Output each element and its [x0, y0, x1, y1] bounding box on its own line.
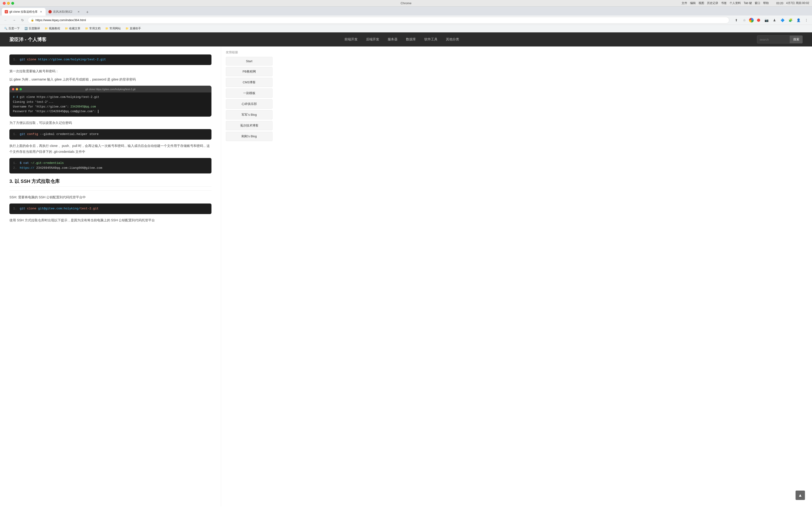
extension-icon3[interactable]: ♟: [771, 17, 778, 23]
bookmark-sites[interactable]: 📁 常用网站: [103, 26, 123, 31]
baidu-icon: 🔍: [4, 27, 7, 30]
bookmark-translate[interactable]: 🔤 百度翻译: [22, 26, 42, 31]
chrome-logo-icon: [749, 18, 754, 22]
site-logo[interactable]: 梁臣洋 - 个人博客: [9, 36, 47, 43]
site-header: 梁臣洋 - 个人博客 前端开发 后端开发 服务器 数据库 软件工具 其他分类 搜…: [0, 33, 812, 47]
profile-icon[interactable]: 👤: [795, 17, 802, 23]
tab-bar: G git clone 拉取远程仓库 ✕ 辰风沐阳/测试2 ✕ +: [0, 7, 812, 15]
menu-item-profile[interactable]: 个人资料: [729, 1, 741, 5]
share-icon[interactable]: ⬆: [733, 17, 740, 23]
bookmark-sites-label: 常用网站: [109, 26, 121, 31]
ssh-code-block: 1. git clone git@gitee.com:holyking/test…: [9, 204, 211, 214]
menu-item-view[interactable]: 视图: [699, 1, 704, 5]
cat-code-line-1: 1. $ cat ~/.git-credentials: [13, 161, 208, 166]
nav-database[interactable]: 数据库: [402, 33, 420, 47]
bookmark-video[interactable]: 📁 视频教程: [43, 26, 62, 31]
status-date: 4月7日 周四 00:02: [786, 1, 809, 5]
terminal-block: git clone https://gitee.com/holyking/tes…: [9, 86, 211, 117]
new-tab-button[interactable]: +: [84, 9, 91, 15]
chrome-browser: G git clone 拉取远程仓库 ✕ 辰风沐阳/测试2 ✕ + ← → ↻ …: [0, 7, 812, 33]
nav-frontend[interactable]: 前端开发: [340, 33, 362, 47]
sidebar-link-yike[interactable]: 一刻模板: [226, 89, 272, 98]
content-area: 1. git clone https://gitee.com/holyking/…: [0, 47, 221, 507]
bookmark-articles[interactable]: 📁 收藏文章: [63, 26, 82, 31]
ssh-para-2: 使用 SSH 方式拉取仓库时出现以下提示，是因为没有将当前电脑上的 SSH 公钥…: [9, 217, 211, 223]
bookmark-icon[interactable]: ☆: [741, 17, 748, 23]
nav-tools[interactable]: 软件工具: [420, 33, 442, 47]
menu-item-edit[interactable]: 编辑: [690, 1, 696, 5]
url-bar[interactable]: 🔒 https://www.itqaq.com/index/364.html: [28, 17, 729, 23]
maximize-window-button[interactable]: [11, 2, 14, 5]
bookmark-docs[interactable]: 📁 常用文档: [83, 26, 102, 31]
traffic-lights[interactable]: [3, 2, 14, 5]
tab-git-clone[interactable]: G git clone 拉取远程仓库 ✕: [2, 8, 46, 15]
terminal-close-dot: [12, 88, 14, 91]
menu-item-file[interactable]: 文件: [681, 1, 687, 5]
minimize-window-button[interactable]: [7, 2, 10, 5]
bookmark-live-label: 直播助手: [130, 26, 141, 31]
scroll-to-top-button[interactable]: ▲: [796, 491, 805, 500]
sidebar-link-ganggang[interactable]: 刚刚's Blog: [226, 132, 272, 141]
menu-bar: 文件 编辑 视图 历史记录 书签 个人资料 Tab 键 窗口 帮助 03:20 …: [681, 1, 809, 5]
menu-item-window[interactable]: 窗口: [755, 1, 760, 5]
kw-git-ssh: git: [20, 207, 25, 210]
sidebar-link-xinsui[interactable]: 心碎俱乐部: [226, 99, 272, 109]
search-button[interactable]: 搜索: [790, 36, 803, 44]
back-button[interactable]: ←: [2, 17, 9, 23]
extension-icon1[interactable]: 🔴: [755, 17, 762, 23]
forward-button[interactable]: →: [11, 17, 17, 23]
code-body-https1: 1. git clone https://gitee.com/holyking/…: [9, 54, 211, 65]
menu-dots-icon[interactable]: ⋮: [803, 17, 810, 23]
terminal-titlebar: git clone https://gitee.com/holyking/tes…: [10, 86, 211, 93]
close-window-button[interactable]: [3, 2, 6, 5]
terminal-line-1: # 4 git clone https://gitee.com/holyking…: [13, 95, 208, 100]
nav-server[interactable]: 服务器: [384, 33, 402, 47]
sidebar-link-start[interactable]: Start: [226, 57, 272, 65]
sidebar-link-junjun[interactable]: 军军's Blog: [226, 110, 272, 119]
para-2: 以 gitee 为例，username 输入 gitee 上的手机号或邮箱，pa…: [9, 76, 211, 82]
cat-code-block: 1. $ cat ~/.git-credentials 2. https:// …: [9, 158, 211, 173]
sidebar-link-pb[interactable]: PB教程网: [226, 67, 272, 76]
extension-icon4[interactable]: 🔷: [779, 17, 786, 23]
kw-git: git: [20, 58, 25, 61]
nav-backend[interactable]: 后端开发: [362, 33, 384, 47]
bookmark-live[interactable]: 📁 直播助手: [123, 26, 143, 31]
terminal-body: # 4 git clone https://gitee.com/holyking…: [10, 93, 211, 116]
menu-item-tab[interactable]: Tab 键: [744, 1, 752, 5]
reload-button[interactable]: ↻: [19, 17, 26, 23]
terminal-min-dot: [16, 88, 18, 91]
tab-title-gitee: 辰风沐阳/测试2: [53, 10, 75, 14]
extension-icon2[interactable]: 📷: [763, 17, 770, 23]
app-title: Chrome: [401, 1, 411, 5]
tab-gitee[interactable]: 辰风沐阳/测试2 ✕: [46, 8, 83, 15]
kw-clone: clone: [27, 58, 36, 61]
tab-close-gitee[interactable]: ✕: [77, 10, 80, 14]
sidebar-title: 友情链接: [226, 50, 272, 54]
nav-other[interactable]: 其他分类: [442, 33, 463, 47]
folder-live-icon: 📁: [125, 27, 129, 30]
sidebar-link-tuer[interactable]: 菟尔技术博客: [226, 121, 272, 130]
bookmark-baidu[interactable]: 🔍 百度一下: [2, 26, 21, 31]
terminal-line-4: Password for 'https://23426945@qq.com@gi…: [13, 109, 208, 114]
main-container: 1. git clone https://gitee.com/holyking/…: [0, 47, 812, 507]
site-navigation: 前端开发 后端开发 服务器 数据库 软件工具 其他分类: [340, 33, 463, 47]
lock-icon: 🔒: [31, 18, 34, 21]
url-text: https://www.itqaq.com/index/364.html: [36, 18, 726, 22]
sidebar-link-cms[interactable]: CMS博客: [226, 78, 272, 87]
folder-articles-icon: 📁: [65, 27, 68, 30]
terminal-max-dot: [19, 88, 22, 91]
terminal-line-3: Username for 'https://gitee.com': 234269…: [13, 105, 208, 109]
extensions-button[interactable]: 🧩: [787, 17, 794, 23]
search-input[interactable]: [757, 36, 790, 44]
menu-item-help[interactable]: 帮助: [763, 1, 769, 5]
menu-item-history[interactable]: 历史记录: [707, 1, 718, 5]
para-4: 执行上面的命令后，再执行 clone 、push、pull 时，会再让输入一次账…: [9, 143, 211, 155]
config-code-block: 1. git config --global credential.helper…: [9, 129, 211, 139]
para-3: 为了方便以后拉取，可以设置永久记住密码: [9, 120, 211, 126]
menu-item-bookmarks[interactable]: 书签: [721, 1, 727, 5]
status-time: 03:20: [776, 2, 783, 5]
https-code-block-1: 1. git clone https://gitee.com/holyking/…: [9, 54, 211, 65]
tab-close-git[interactable]: ✕: [39, 10, 43, 14]
folder-docs-icon: 📁: [85, 27, 88, 30]
config-code-line: 1. git config --global credential.helper…: [13, 132, 208, 137]
